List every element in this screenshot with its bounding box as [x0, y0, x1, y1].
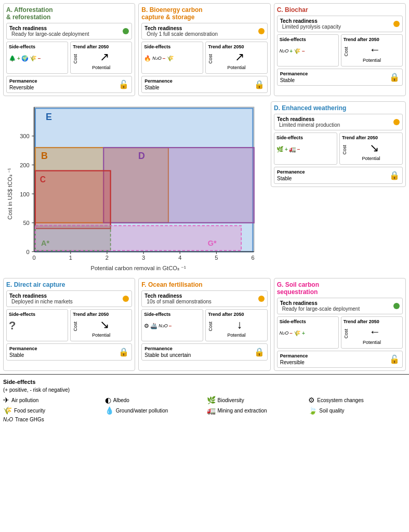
tech-label-c: Tech readiness [280, 18, 343, 24]
lock-icon-d: 🔒 [389, 170, 400, 180]
legend-soil-quality: 🍃 Soil quality [308, 406, 406, 415]
svg-text:C: C [40, 175, 46, 184]
svg-text:300: 300 [20, 133, 30, 139]
legend-grid: ✈ Air pollution ◐ Albedo 🌿 Biodiversity … [3, 396, 406, 422]
svg-text:Potential carbon removal in Gt: Potential carbon removal in GtCO₂ ⁻¹ [90, 265, 186, 271]
section-g-permanence: Permanence Reversible 🔓 [277, 351, 403, 368]
svg-text:B: B [41, 151, 48, 161]
section-d: D. Enhanced weathering Tech readiness Li… [271, 101, 406, 187]
section-e-side-trend: Side-effects ? Trend after 2050 Cost ↘ [6, 309, 132, 341]
crop-icon-g: 🌾 [294, 330, 301, 337]
tech-label-g: Tech readiness [280, 300, 362, 306]
section-f-tech-box: Tech readiness 10s of small demonstratio… [141, 290, 267, 307]
ground-water-icon: 💧 [105, 406, 114, 415]
middle-row: E B D C A* G* [0, 99, 409, 278]
legend: Side-effects (+ positive, - risk of nega… [0, 374, 409, 427]
trend-arrow-a: ↗ [100, 50, 109, 64]
section-c-trend: Trend after 2050 Cost ← Potential [341, 34, 403, 66]
section-f-side-effects: Side-effects ⚙ 🚢 N₂O− [141, 309, 203, 341]
trend-arrow-d: ↘ [370, 141, 379, 155]
bottom-row: E. Direct air capture Tech readiness Dep… [0, 278, 409, 374]
svg-text:4: 4 [178, 255, 181, 261]
svg-text:2: 2 [105, 255, 109, 261]
section-a-trend: Trend after 2050 Cost ↗ Potential [70, 42, 132, 74]
section-g-trend: Trend after 2050 Cost ← Potential [341, 316, 403, 349]
tech-value-b: Only 1 full scale demonstration [144, 31, 220, 37]
trend-arrow-b: ↗ [235, 50, 244, 64]
section-e-side-effects: Side-effects ? [6, 309, 68, 341]
section-c-tech-box: Tech readiness Limited pyrolysis capacit… [277, 16, 403, 32]
svg-text:Cost in US$ tCO₂ ⁻¹: Cost in US$ tCO₂ ⁻¹ [7, 168, 13, 219]
legend-trace-ghgs: N₂O Trace GHGs [3, 417, 101, 422]
molecule-icon-f: ⚙ [144, 323, 149, 329]
trend-arrow-e: ↘ [100, 318, 109, 331]
section-b-side-effects: Side-effects 🔥 N₂O− 🌾 [141, 42, 203, 74]
tech-label-f: Tech readiness [144, 293, 214, 299]
tech-dot-b [258, 28, 265, 34]
svg-text:100: 100 [20, 191, 30, 197]
section-d-permanence: Permanence Stable 🔒 [274, 167, 403, 184]
tech-value-d: Limited mineral production [277, 122, 342, 128]
n2o-icon-b: N₂O [152, 56, 162, 61]
fire-icon-b: 🔥 [144, 55, 151, 62]
section-d-title: D. Enhanced weathering [274, 104, 403, 112]
svg-rect-5 [103, 148, 254, 223]
section-e-trend: Trend after 2050 Cost ↘ Potential [70, 309, 132, 341]
tech-value-e: Deployed in niche markets [9, 299, 75, 304]
svg-text:0: 0 [27, 249, 30, 255]
section-d-trend: Trend after 2050 Cost ↘ Potential [339, 132, 403, 165]
lock-icon-b: 🔒 [254, 79, 265, 89]
tech-value-c: Limited pyrolysis capacity [280, 24, 343, 30]
section-e-permanence: Permanence Stable 🔒 [6, 343, 132, 361]
legend-subtitle: (+ positive, - risk of negative) [3, 387, 406, 393]
svg-text:5: 5 [215, 255, 218, 261]
air-pollution-icon: ✈ [3, 396, 9, 404]
lock-icon-g: 🔓 [389, 354, 400, 364]
svg-text:G*: G* [208, 239, 217, 247]
section-c: C. Biochar Tech readiness Limited pyroly… [274, 3, 406, 96]
food-security-label: Food security [14, 408, 45, 414]
cost-potential-chart: E B D C A* G* [5, 101, 266, 275]
lock-icon-c: 🔒 [389, 72, 400, 82]
svg-text:D: D [138, 151, 145, 161]
svg-text:200: 200 [20, 162, 30, 168]
legend-mining: 🚛 Mining and extraction [207, 406, 305, 415]
section-a: A. Afforestation& reforestation Tech rea… [3, 3, 135, 96]
main-container: A. Afforestation& reforestation Tech rea… [0, 0, 409, 427]
crop-icon-b: 🌾 [167, 55, 174, 62]
n2o-icon-c: N₂O [280, 48, 289, 54]
section-f: F. Ocean fertilisation Tech readiness 10… [138, 278, 270, 371]
legend-biodiversity: 🌿 Biodiversity [207, 396, 305, 404]
air-pollution-label: Air pollution [11, 397, 38, 403]
tech-dot-g [393, 303, 400, 309]
section-a-side-effects: Side-effects 🌲+ 🌍 🌾− [6, 42, 68, 74]
svg-text:50: 50 [23, 220, 29, 226]
section-b-permanence: Permanence Stable 🔒 [141, 76, 267, 93]
legend-food-security: 🌾 Food security [3, 406, 101, 415]
tech-label-a: Tech readiness [9, 25, 91, 31]
section-d-side-effects: Side-effects 🌿+ 🚛− [274, 132, 337, 165]
perm-value-f: Stable but uncertain [144, 352, 191, 358]
section-f-permanence: Permanence Stable but uncertain 🔒 [141, 343, 267, 361]
albedo-icon: ◐ [105, 396, 111, 404]
perm-value-e: Stable [9, 352, 37, 358]
section-g: G. Soil carbonsequestration Tech readine… [274, 278, 406, 371]
section-a-tech-box: Tech readiness Ready for large-scale dep… [6, 23, 132, 39]
legend-title: Side-effects [3, 379, 406, 385]
mining-label: Mining and extraction [218, 408, 267, 414]
tech-value-f: 10s of small demonstrations [144, 299, 214, 304]
section-b-tech-box: Tech readiness Only 1 full scale demonst… [141, 23, 267, 39]
n2o-icon-f: N₂O [159, 323, 168, 328]
soil-quality-label: Soil quality [319, 408, 344, 414]
section-g-side-effects: Side-effects N₂O− 🌾+ [277, 316, 339, 349]
section-a-permanence: Permanence Reversible 🔓 [6, 76, 132, 93]
ecosystem-icon: ⚙ [308, 396, 315, 404]
section-f-trend: Trend after 2050 Cost ↓ Potential [205, 309, 267, 341]
svg-text:3: 3 [142, 255, 145, 261]
perm-value-b: Stable [144, 85, 173, 90]
ecosystem-label: Ecosystem changes [317, 397, 364, 403]
perm-value-g: Reversible [280, 360, 308, 365]
ship-icon-f: 🚢 [150, 323, 157, 329]
mine-icon-d: 🚛 [289, 146, 296, 153]
perm-value-d: Stable [277, 176, 305, 181]
